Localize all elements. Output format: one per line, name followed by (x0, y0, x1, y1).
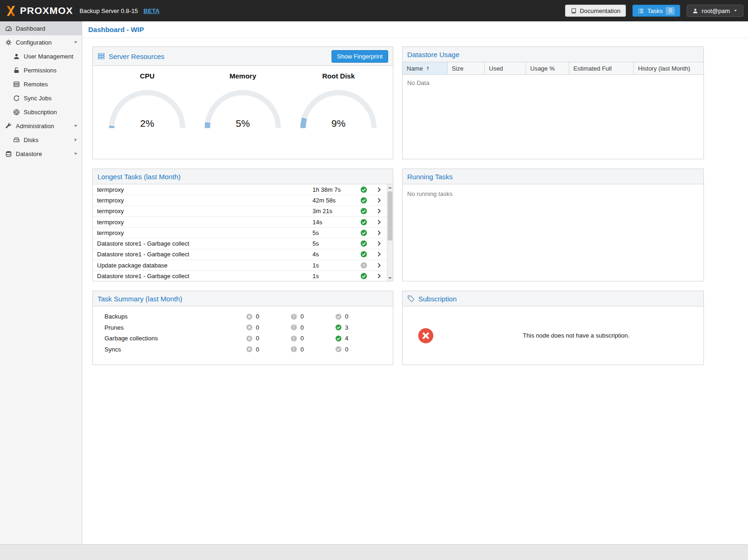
ok-status-icon (357, 186, 371, 193)
show-fingerprint-button[interactable]: Show Fingerprint (332, 50, 388, 63)
sidebar-item-label: Permissions (24, 67, 78, 74)
sidebar-item-configuration[interactable]: Configuration (0, 35, 82, 49)
caret-down-icon[interactable] (73, 123, 78, 129)
refresh-icon (13, 95, 20, 102)
chevron-right-icon[interactable] (371, 251, 387, 257)
sidebar-item-administration[interactable]: Administration (0, 119, 82, 133)
caret-right-icon[interactable] (73, 137, 78, 143)
scroll-thumb[interactable] (388, 191, 392, 241)
scroll-up-button[interactable] (387, 184, 393, 190)
task-row[interactable]: Datastore store1 - Garbage collect 4s (93, 249, 387, 260)
check-circle-icon (335, 324, 342, 331)
task-row[interactable]: Update package database 1s (93, 260, 387, 271)
user-icon (13, 53, 20, 60)
panel-running-tasks: Running Tasks No running tasks (402, 169, 704, 281)
column-header-estimated-full[interactable]: Estimated Full (569, 62, 634, 74)
task-row[interactable]: termproxy 1h 38m 7s (93, 184, 387, 195)
chevron-right-icon[interactable] (371, 262, 387, 268)
documentation-button[interactable]: Documentation (565, 5, 626, 17)
task-name: Update package database (93, 262, 312, 269)
warning-count: 0 (300, 324, 304, 331)
sidebar-item-user-management[interactable]: User Management (0, 49, 82, 63)
longest-tasks-title: Longest Tasks (last Month) (98, 173, 181, 181)
task-row[interactable]: termproxy 3m 21s (93, 206, 387, 217)
product-version: Backup Server 0.8-15 (79, 7, 138, 14)
task-summary-title: Task Summary (last Month) (98, 295, 182, 303)
caret-down-icon[interactable] (73, 39, 78, 45)
task-row[interactable]: termproxy 5s (93, 228, 387, 238)
task-summary-label: Backups (93, 313, 246, 320)
column-header-label: Used (489, 65, 503, 72)
sidebar-item-dashboard[interactable]: Dashboard (0, 21, 82, 35)
chevron-right-icon[interactable] (371, 208, 387, 214)
sidebar-item-subscription[interactable]: Subscription (0, 105, 82, 119)
dashboard-grid: Server Resources Show Fingerprint CPU 2%… (92, 46, 748, 365)
server-resources-header: Server Resources Show Fingerprint (93, 47, 393, 66)
sidebar-item-remotes[interactable]: Remotes (0, 77, 82, 91)
hdd-icon (13, 137, 20, 143)
column-header-usage-[interactable]: Usage % (526, 62, 569, 74)
task-name: termproxy (93, 197, 312, 204)
task-name: termproxy (93, 186, 312, 193)
chevron-right-icon[interactable] (371, 187, 387, 193)
sidebar-item-sync-jobs[interactable]: Sync Jobs (0, 91, 82, 105)
app-window: PROXMOX Backup Server 0.8-15 BETA Docume… (0, 0, 748, 560)
task-row[interactable]: Datastore store1 - Garbage collect 5s (93, 238, 387, 249)
caret-down-icon[interactable] (73, 151, 78, 156)
column-header-history-last-month-[interactable]: History (last Month) (634, 62, 703, 74)
gauge-arc: 9% (297, 87, 380, 131)
scroll-track[interactable] (387, 190, 393, 275)
bottom-bar (0, 544, 748, 560)
sidebar-item-permissions[interactable]: Permissions (0, 63, 82, 77)
warning-count-group: 0 (291, 335, 335, 342)
tasks-button[interactable]: Tasks 0 (632, 5, 680, 17)
task-row[interactable]: Datastore store1 - Garbage collect 1s (93, 271, 387, 281)
running-tasks-empty: No running tasks (403, 184, 703, 202)
ok-count-group: 4 (335, 335, 380, 342)
sidebar-item-datastore[interactable]: Datastore (0, 147, 82, 161)
warning-count: 0 (300, 313, 304, 320)
chevron-right-icon[interactable] (371, 197, 387, 203)
chevron-right-icon[interactable] (371, 219, 387, 225)
task-name: Datastore store1 - Garbage collect (93, 251, 312, 258)
server-resources-icon (98, 52, 105, 60)
longest-tasks-body: termproxy 1h 38m 7s termproxy 42m 58s te… (93, 184, 393, 281)
gauge-arc: 5% (202, 87, 284, 131)
task-duration: 1s (312, 262, 357, 269)
scroll-down-button[interactable] (387, 275, 393, 281)
gauge-value: 5% (202, 118, 284, 129)
ok-status-icon (357, 219, 371, 226)
error-count: 0 (256, 346, 259, 353)
scrollbar[interactable] (387, 184, 393, 281)
sidebar-item-disks[interactable]: Disks (0, 133, 82, 147)
gauge-arc: 2% (106, 87, 189, 131)
task-duration: 14s (312, 219, 357, 226)
task-row[interactable]: termproxy 14s (93, 217, 387, 228)
page-title: Dashboard - WIP (82, 21, 748, 38)
main-area: Dashboard - WIP Server Resources Show Fi… (82, 21, 748, 544)
gauge: Memory 5% (195, 72, 291, 131)
times-circle-icon (246, 346, 253, 352)
task-duration: 4s (312, 251, 357, 258)
sidebar-item-label: Disks (24, 137, 69, 143)
column-header-name[interactable]: Name (403, 62, 448, 74)
chevron-right-icon[interactable] (371, 241, 387, 247)
task-row[interactable]: termproxy 42m 58s (93, 195, 387, 206)
chevron-right-icon[interactable] (371, 230, 387, 236)
task-duration: 42m 58s (312, 197, 357, 204)
running-tasks-header: Running Tasks (403, 169, 703, 184)
column-header-used[interactable]: Used (485, 62, 526, 74)
column-header-label: Estimated Full (573, 65, 611, 72)
ok-status-icon (357, 251, 371, 258)
task-summary-row: Syncs 0 0 0 (93, 344, 393, 355)
beta-link[interactable]: BETA (143, 7, 159, 14)
sidebar-item-label: Sync Jobs (24, 95, 78, 102)
user-menu-button[interactable]: root@pam (687, 5, 743, 17)
ok-status-icon (357, 197, 371, 204)
task-summary-label: Prunes (93, 324, 246, 331)
chevron-right-icon[interactable] (371, 273, 387, 279)
task-summary-label: Garbage collections (93, 335, 246, 342)
ok-count: 0 (345, 346, 348, 353)
times-circle-icon (246, 324, 253, 331)
column-header-size[interactable]: Size (448, 62, 485, 74)
